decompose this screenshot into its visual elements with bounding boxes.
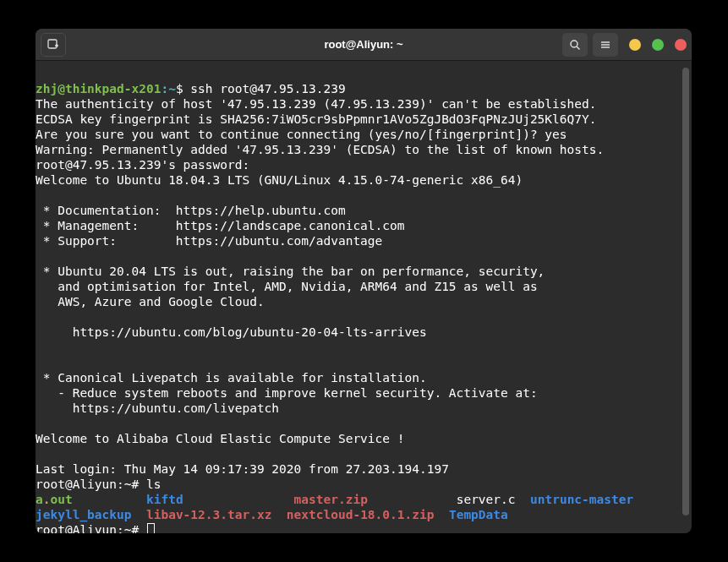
output-line: * Documentation: https://help.ubuntu.com xyxy=(36,204,346,217)
new-tab-icon xyxy=(47,38,60,52)
file-exec: a xyxy=(36,493,43,506)
titlebar: root@Aliyun: ~ xyxy=(36,29,692,61)
menu-button[interactable] xyxy=(593,33,618,57)
remote-prompt: root@Aliyun:~# xyxy=(36,477,146,491)
output-line: - Reduce system reboots and improve kern… xyxy=(36,386,538,400)
output-line: Warning: Permanently added '47.95.13.239… xyxy=(36,143,604,156)
search-button[interactable] xyxy=(562,33,588,57)
window-title: root@Aliyun: ~ xyxy=(167,38,560,51)
output-line: * Support: https://ubuntu.com/advantage xyxy=(36,234,382,248)
output-line: The authenticity of host '47.95.13.239 (… xyxy=(36,97,596,111)
output-line: root@47.95.13.239's password: xyxy=(36,158,249,172)
svg-line-4 xyxy=(577,46,580,50)
terminal-window: root@Aliyun: ~ zhj@thinkpad-x201:~$ ssh … xyxy=(36,29,692,533)
output-line: * Ubuntu 20.04 LTS is out, raising the b… xyxy=(36,265,545,278)
local-path: ~ xyxy=(168,82,176,95)
ls-command: ls xyxy=(146,477,161,491)
output-line: https://ubuntu.com/livepatch xyxy=(36,401,279,415)
search-icon xyxy=(569,39,581,51)
dir: kiftd xyxy=(146,493,183,506)
minimize-button[interactable] xyxy=(629,39,641,51)
scrollbar[interactable] xyxy=(682,68,689,516)
output-line: Are you sure you want to continue connec… xyxy=(36,128,567,141)
output-line: * Canonical Livepatch is available for i… xyxy=(36,371,427,385)
svg-rect-0 xyxy=(48,40,57,48)
new-tab-button[interactable] xyxy=(41,33,66,57)
archive: master.zip xyxy=(294,493,368,506)
output-line: ECDSA key fingerprint is SHA256:7iWO5cr9… xyxy=(36,112,596,126)
prompt-sigil: $ xyxy=(176,82,190,95)
file-exec: out xyxy=(50,493,72,506)
output-line: Welcome to Ubuntu 18.04.3 LTS (GNU/Linux… xyxy=(36,173,523,187)
remote-prompt: root@Aliyun:~# xyxy=(36,523,146,533)
terminal-content[interactable]: zhj@thinkpad-x201:~$ ssh root@47.95.13.2… xyxy=(36,61,692,533)
ssh-command: ssh root@47.95.13.239 xyxy=(190,82,345,95)
prompt-colon: : xyxy=(161,82,168,95)
dir: jekyll_backup xyxy=(36,508,132,521)
hamburger-icon xyxy=(599,39,611,51)
output-line: * Management: https://landscape.canonica… xyxy=(36,219,405,232)
archive: nextcloud-18.0.1.zip xyxy=(287,508,435,521)
output-line: https://ubuntu.com/blog/ubuntu-20-04-lts… xyxy=(36,325,427,339)
maximize-button[interactable] xyxy=(652,39,664,51)
dir: TempData xyxy=(449,508,508,521)
svg-point-3 xyxy=(571,41,577,47)
output-line: AWS, Azure and Google Cloud. xyxy=(36,295,265,308)
archive: libav-12.3.tar.xz xyxy=(146,508,271,521)
close-button[interactable] xyxy=(675,39,687,51)
local-user-host: zhj@thinkpad-x201 xyxy=(36,82,161,95)
file: server.c xyxy=(457,493,516,506)
output-line: Welcome to Alibaba Cloud Elastic Compute… xyxy=(36,432,405,445)
output-line: Last login: Thu May 14 09:17:39 2020 fro… xyxy=(36,462,449,476)
dir: untrunc-master xyxy=(530,493,633,506)
output-line: and optimisation for Intel, AMD, Nvidia,… xyxy=(36,280,538,293)
cursor xyxy=(147,523,155,533)
